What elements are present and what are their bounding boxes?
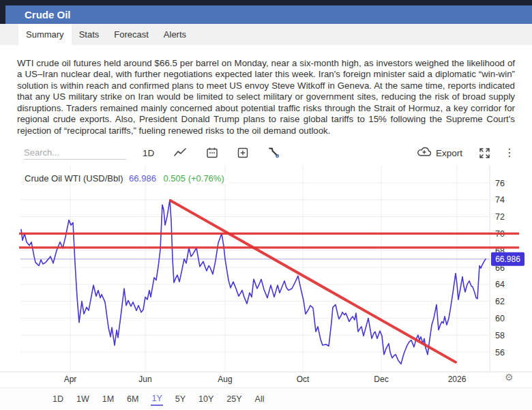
x-tick-label: Apr — [64, 375, 77, 384]
chart-card: 1D Export — [0, 141, 532, 409]
y-tick-label: 76 — [495, 179, 505, 188]
range-5y[interactable]: 5Y — [175, 393, 186, 405]
range-10y[interactable]: 10Y — [198, 393, 214, 405]
export-label: Export — [436, 148, 462, 158]
range-1d[interactable]: 1D — [52, 393, 64, 405]
page-title: Crude Oil — [25, 9, 71, 20]
range-1m[interactable]: 1M — [102, 393, 115, 405]
range-all[interactable]: All — [254, 393, 265, 405]
interval-button[interactable]: 1D — [143, 148, 154, 158]
tab-forecast[interactable]: Forecast — [106, 24, 156, 45]
gear-icon[interactable]: ⚙ — [505, 372, 514, 383]
tab-alerts[interactable]: Alerts — [156, 24, 194, 45]
range-25y[interactable]: 25Y — [226, 393, 242, 405]
y-tick-label: 60 — [495, 314, 505, 323]
x-tick-label: Dec — [374, 375, 388, 384]
page: Crude Oil Summary Stats Forecast Alerts … — [0, 0, 532, 409]
tab-summary[interactable]: Summary — [18, 24, 72, 45]
x-tick-label: Oct — [297, 375, 310, 384]
y-tick-label: 56 — [495, 348, 505, 357]
summary-paragraph: WTI crude oil futures held around $66.5 … — [17, 58, 515, 136]
chart-area: 7674727068666462605856AprJunAugOctDec202… — [0, 165, 532, 387]
chart-toolbar: 1D Export — [0, 141, 532, 165]
y-tick-label: 58 — [495, 331, 505, 340]
legend-price: 66.986 — [129, 173, 156, 184]
toolbar-right: Export ⋮ — [417, 147, 515, 159]
wrench-icon[interactable] — [267, 147, 280, 159]
title-bar: Crude Oil — [0, 5, 532, 24]
range-1w[interactable]: 1W — [76, 393, 90, 405]
line-chart-icon[interactable] — [173, 147, 188, 159]
window-top-strip — [0, 0, 532, 5]
tab-stats[interactable]: Stats — [72, 24, 107, 45]
price-chart[interactable]: 7674727068666462605856AprJunAugOctDec202… — [0, 165, 532, 387]
diagonal-trend-line — [171, 201, 456, 362]
legend-series-name: Crude Oil WTI (USD/Bbl) — [25, 173, 123, 184]
export-cloud-icon — [417, 147, 432, 159]
calendar-icon[interactable] — [206, 147, 218, 159]
x-tick-label: 2026 — [448, 375, 467, 384]
x-tick-label: Jun — [138, 375, 151, 384]
y-tick-label: 72 — [495, 212, 505, 222]
price-badge-value: 66.986 — [495, 254, 520, 264]
y-tick-label: 62 — [495, 297, 505, 306]
kebab-menu-icon[interactable]: ⋮ — [504, 148, 515, 158]
y-tick-label: 64 — [495, 280, 505, 289]
range-1y[interactable]: 1Y — [151, 392, 162, 406]
search-input[interactable] — [24, 146, 126, 160]
range-selector: 1D 1W 1M 6M 1Y 5Y 10Y 25Y All — [0, 387, 532, 409]
export-button[interactable]: Export — [417, 147, 462, 159]
tab-bar: Summary Stats Forecast Alerts — [0, 24, 532, 45]
x-tick-label: Aug — [218, 375, 232, 384]
fullscreen-icon[interactable] — [479, 147, 490, 159]
legend-change: 0.505 (+0.76%) — [163, 173, 224, 184]
y-tick-label: 74 — [495, 195, 505, 205]
add-indicator-icon[interactable] — [237, 147, 249, 159]
range-6m[interactable]: 6M — [126, 393, 139, 405]
chart-legend: Crude Oil WTI (USD/Bbl) 66.986 0.505 (+0… — [25, 173, 230, 184]
